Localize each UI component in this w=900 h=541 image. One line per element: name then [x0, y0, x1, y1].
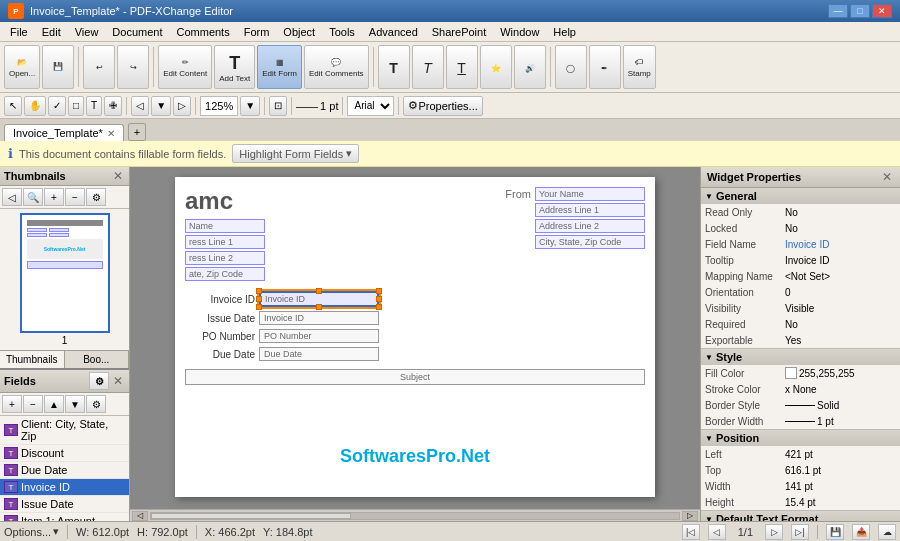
general-section-header[interactable]: ▼ General	[701, 188, 900, 204]
menu-tools[interactable]: Tools	[323, 24, 361, 40]
options-status[interactable]: Options... ▾	[4, 525, 59, 538]
add-text-button[interactable]: T Add Text	[214, 45, 255, 89]
zoom-dropdown-button[interactable]: ▼	[240, 96, 260, 116]
field-item-due-date[interactable]: T Due Date	[0, 462, 129, 479]
font-select[interactable]: Arial	[347, 96, 394, 116]
maximize-button[interactable]: □	[850, 4, 870, 18]
thumb-arrow-left[interactable]: ◁	[2, 188, 22, 206]
field-city-state-zip[interactable]: City, State, Zip Code	[535, 235, 645, 249]
text-italic-button[interactable]: T	[412, 45, 444, 89]
hand-tool-button[interactable]: ✋	[24, 96, 46, 116]
nav-next-button[interactable]: ▷	[173, 96, 191, 116]
thumbnails-tab[interactable]: Thumbnails	[0, 351, 65, 368]
menu-view[interactable]: View	[69, 24, 105, 40]
fields-remove-button[interactable]: −	[23, 395, 43, 413]
menu-edit[interactable]: Edit	[36, 24, 67, 40]
share-status-button[interactable]: 📤	[852, 524, 870, 540]
field-address2-left[interactable]: ress Line 2	[185, 251, 265, 265]
document-scroll[interactable]: amc Name ress Line 1 ress Line 2 ate, Zi…	[130, 167, 700, 541]
fields-move-up-button[interactable]: ▲	[44, 395, 64, 413]
save-status-button[interactable]: 💾	[826, 524, 844, 540]
nav-dropdown-button[interactable]: ▼	[151, 96, 171, 116]
fit-page-button[interactable]: ⊡	[269, 96, 287, 116]
redo-button[interactable]: ↪	[117, 45, 149, 89]
nav-prev-button[interactable]: ◁	[131, 96, 149, 116]
fields-close-button[interactable]: ✕	[111, 372, 125, 390]
fields-move-down-button[interactable]: ▼	[65, 395, 85, 413]
thumbnail-page[interactable]: SoftwaresPro.Net 1	[20, 213, 110, 346]
field-item-issue-date[interactable]: T Issue Date	[0, 496, 129, 513]
sound-button[interactable]: 🔊	[514, 45, 546, 89]
menu-comments[interactable]: Comments	[171, 24, 236, 40]
field-item-client[interactable]: T Client: City, State, Zip	[0, 416, 129, 445]
shapes-button[interactable]: ◯	[555, 45, 587, 89]
menu-form[interactable]: Form	[238, 24, 276, 40]
undo-button[interactable]: ↩	[83, 45, 115, 89]
position-section-header[interactable]: ▼ Position	[701, 430, 900, 446]
tab-invoice-template[interactable]: Invoice_Template* ✕	[4, 124, 124, 141]
select-tool-button[interactable]: ↖	[4, 96, 22, 116]
menu-window[interactable]: Window	[494, 24, 545, 40]
edit-form-button[interactable]: ▦ Edit Form	[257, 45, 302, 89]
thumb-plus[interactable]: +	[44, 188, 64, 206]
field-address1-left[interactable]: ress Line 1	[185, 235, 265, 249]
check-button[interactable]: ✓	[48, 96, 66, 116]
nav-next-page-button[interactable]: ▷	[765, 524, 783, 540]
scroll-left-button[interactable]: ◁	[132, 511, 148, 521]
field-address-line1[interactable]: Address Line 1	[535, 203, 645, 217]
stamp-button[interactable]: 🏷 Stamp	[623, 45, 656, 89]
style-section-header[interactable]: ▼ Style	[701, 349, 900, 365]
field-your-name[interactable]: Your Name	[535, 187, 645, 201]
issue-date-field[interactable]: Invoice ID	[259, 311, 379, 325]
menu-sharepoint[interactable]: SharePoint	[426, 24, 492, 40]
fields-options-button[interactable]: ⚙	[86, 395, 106, 413]
square-button[interactable]: □	[68, 96, 84, 116]
scroll-right-button[interactable]: ▷	[682, 511, 698, 521]
fields-add-button[interactable]: +	[2, 395, 22, 413]
edit-comments-button[interactable]: 💬 Edit Comments	[304, 45, 369, 89]
thumbnails-close-button[interactable]: ✕	[111, 169, 125, 183]
menu-document[interactable]: Document	[106, 24, 168, 40]
menu-advanced[interactable]: Advanced	[363, 24, 424, 40]
bookmarks-tab[interactable]: Boo...	[65, 351, 130, 368]
move-button[interactable]: ✙	[104, 96, 122, 116]
fields-settings-button[interactable]: ⚙	[89, 372, 109, 390]
thumb-zoom-out[interactable]: 🔍	[23, 188, 43, 206]
highlight-form-fields-button[interactable]: Highlight Form Fields ▾	[232, 144, 359, 163]
nav-prev-page-button[interactable]: ◁	[708, 524, 726, 540]
pen-icon: ✒	[601, 64, 608, 73]
text-bold-button[interactable]: T	[378, 45, 410, 89]
menu-file[interactable]: File	[4, 24, 34, 40]
save-button[interactable]: 💾	[42, 45, 74, 89]
properties-button[interactable]: ⚙ Properties...	[403, 96, 482, 116]
field-address-line2[interactable]: Address Line 2	[535, 219, 645, 233]
field-item-invoice-id[interactable]: T Invoice ID	[0, 479, 129, 496]
field-city-left[interactable]: ate, Zip Code	[185, 267, 265, 281]
subject-field[interactable]: Subject	[185, 369, 645, 385]
open-button[interactable]: 📂 Open...	[4, 45, 40, 89]
thumb-settings[interactable]: ⚙	[86, 188, 106, 206]
nav-last-button[interactable]: ▷|	[791, 524, 809, 540]
due-date-field[interactable]: Due Date	[259, 347, 379, 361]
edit-content-button[interactable]: ✏ Edit Content	[158, 45, 212, 89]
tab-close-button[interactable]: ✕	[107, 128, 115, 139]
menu-help[interactable]: Help	[547, 24, 582, 40]
star-button[interactable]: ⭐	[480, 45, 512, 89]
widget-properties-close-button[interactable]: ✕	[880, 170, 894, 184]
po-number-field[interactable]: PO Number	[259, 329, 379, 343]
pen-button[interactable]: ✒	[589, 45, 621, 89]
text-underline-button[interactable]: T	[446, 45, 478, 89]
field-item-discount[interactable]: T Discount	[0, 445, 129, 462]
minimize-button[interactable]: —	[828, 4, 848, 18]
nav-first-button[interactable]: |◁	[682, 524, 700, 540]
type-button[interactable]: T	[86, 96, 102, 116]
menu-object[interactable]: Object	[277, 24, 321, 40]
field-name-left[interactable]: Name	[185, 219, 265, 233]
cloud-status-button[interactable]: ☁	[878, 524, 896, 540]
thumb-minus[interactable]: −	[65, 188, 85, 206]
new-tab-button[interactable]: +	[128, 123, 146, 141]
zoom-field[interactable]: 125%	[200, 96, 238, 116]
scroll-thumb-h[interactable]	[151, 513, 351, 519]
horizontal-scrollbar[interactable]: ◁ ▷	[130, 509, 700, 521]
close-button[interactable]: ✕	[872, 4, 892, 18]
